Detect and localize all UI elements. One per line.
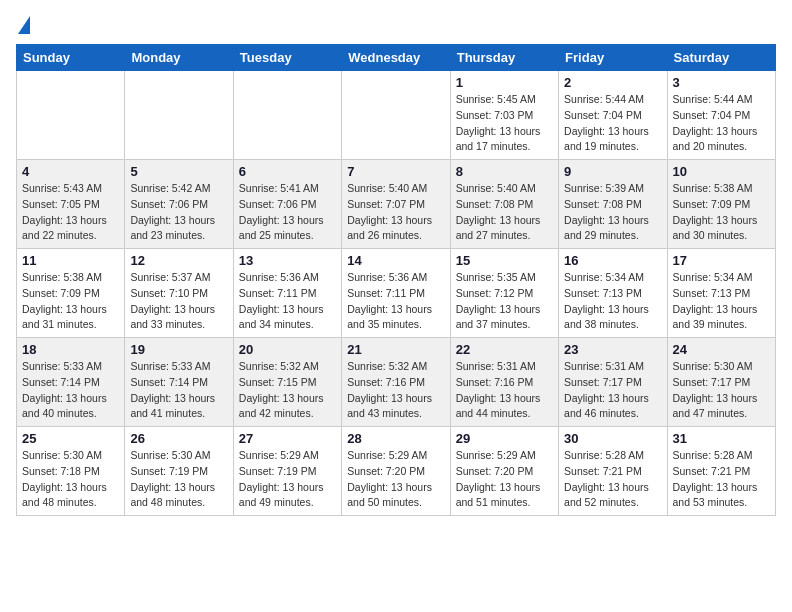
- calendar-cell: 15Sunrise: 5:35 AMSunset: 7:12 PMDayligh…: [450, 249, 558, 338]
- calendar-cell: 11Sunrise: 5:38 AMSunset: 7:09 PMDayligh…: [17, 249, 125, 338]
- day-number: 9: [564, 164, 661, 179]
- day-number: 1: [456, 75, 553, 90]
- day-number: 14: [347, 253, 444, 268]
- day-number: 23: [564, 342, 661, 357]
- calendar-cell: 16Sunrise: 5:34 AMSunset: 7:13 PMDayligh…: [559, 249, 667, 338]
- day-number: 25: [22, 431, 119, 446]
- calendar-cell: 3Sunrise: 5:44 AMSunset: 7:04 PMDaylight…: [667, 71, 775, 160]
- day-number: 16: [564, 253, 661, 268]
- day-number: 12: [130, 253, 227, 268]
- day-info: Sunrise: 5:43 AMSunset: 7:05 PMDaylight:…: [22, 181, 119, 244]
- day-number: 18: [22, 342, 119, 357]
- calendar-cell: 4Sunrise: 5:43 AMSunset: 7:05 PMDaylight…: [17, 160, 125, 249]
- day-number: 30: [564, 431, 661, 446]
- day-info: Sunrise: 5:42 AMSunset: 7:06 PMDaylight:…: [130, 181, 227, 244]
- calendar-week-row: 4Sunrise: 5:43 AMSunset: 7:05 PMDaylight…: [17, 160, 776, 249]
- calendar-cell: 30Sunrise: 5:28 AMSunset: 7:21 PMDayligh…: [559, 427, 667, 516]
- day-info: Sunrise: 5:36 AMSunset: 7:11 PMDaylight:…: [239, 270, 336, 333]
- calendar-cell: 9Sunrise: 5:39 AMSunset: 7:08 PMDaylight…: [559, 160, 667, 249]
- weekday-header-friday: Friday: [559, 45, 667, 71]
- calendar-week-row: 11Sunrise: 5:38 AMSunset: 7:09 PMDayligh…: [17, 249, 776, 338]
- weekday-header-tuesday: Tuesday: [233, 45, 341, 71]
- day-number: 7: [347, 164, 444, 179]
- calendar-cell: 25Sunrise: 5:30 AMSunset: 7:18 PMDayligh…: [17, 427, 125, 516]
- day-number: 27: [239, 431, 336, 446]
- calendar-header-row: SundayMondayTuesdayWednesdayThursdayFrid…: [17, 45, 776, 71]
- day-info: Sunrise: 5:32 AMSunset: 7:16 PMDaylight:…: [347, 359, 444, 422]
- calendar-cell: 22Sunrise: 5:31 AMSunset: 7:16 PMDayligh…: [450, 338, 558, 427]
- day-number: 21: [347, 342, 444, 357]
- calendar-cell: 5Sunrise: 5:42 AMSunset: 7:06 PMDaylight…: [125, 160, 233, 249]
- day-number: 4: [22, 164, 119, 179]
- weekday-header-monday: Monday: [125, 45, 233, 71]
- calendar-cell: [342, 71, 450, 160]
- calendar-cell: 21Sunrise: 5:32 AMSunset: 7:16 PMDayligh…: [342, 338, 450, 427]
- calendar-cell: [125, 71, 233, 160]
- day-number: 28: [347, 431, 444, 446]
- day-info: Sunrise: 5:44 AMSunset: 7:04 PMDaylight:…: [564, 92, 661, 155]
- day-number: 5: [130, 164, 227, 179]
- day-number: 26: [130, 431, 227, 446]
- calendar-cell: [17, 71, 125, 160]
- day-number: 20: [239, 342, 336, 357]
- day-number: 15: [456, 253, 553, 268]
- day-info: Sunrise: 5:28 AMSunset: 7:21 PMDaylight:…: [673, 448, 770, 511]
- calendar-cell: 18Sunrise: 5:33 AMSunset: 7:14 PMDayligh…: [17, 338, 125, 427]
- calendar-week-row: 25Sunrise: 5:30 AMSunset: 7:18 PMDayligh…: [17, 427, 776, 516]
- day-number: 8: [456, 164, 553, 179]
- logo: [16, 16, 30, 36]
- day-info: Sunrise: 5:34 AMSunset: 7:13 PMDaylight:…: [673, 270, 770, 333]
- calendar-cell: 23Sunrise: 5:31 AMSunset: 7:17 PMDayligh…: [559, 338, 667, 427]
- weekday-header-sunday: Sunday: [17, 45, 125, 71]
- calendar-cell: 12Sunrise: 5:37 AMSunset: 7:10 PMDayligh…: [125, 249, 233, 338]
- day-info: Sunrise: 5:29 AMSunset: 7:20 PMDaylight:…: [347, 448, 444, 511]
- day-info: Sunrise: 5:40 AMSunset: 7:07 PMDaylight:…: [347, 181, 444, 244]
- calendar-cell: 19Sunrise: 5:33 AMSunset: 7:14 PMDayligh…: [125, 338, 233, 427]
- day-number: 24: [673, 342, 770, 357]
- day-info: Sunrise: 5:29 AMSunset: 7:19 PMDaylight:…: [239, 448, 336, 511]
- calendar-table: SundayMondayTuesdayWednesdayThursdayFrid…: [16, 44, 776, 516]
- calendar-week-row: 1Sunrise: 5:45 AMSunset: 7:03 PMDaylight…: [17, 71, 776, 160]
- logo-triangle-icon: [18, 16, 30, 34]
- day-info: Sunrise: 5:33 AMSunset: 7:14 PMDaylight:…: [130, 359, 227, 422]
- calendar-week-row: 18Sunrise: 5:33 AMSunset: 7:14 PMDayligh…: [17, 338, 776, 427]
- calendar-cell: 29Sunrise: 5:29 AMSunset: 7:20 PMDayligh…: [450, 427, 558, 516]
- day-number: 3: [673, 75, 770, 90]
- page-header: [16, 16, 776, 36]
- day-info: Sunrise: 5:31 AMSunset: 7:17 PMDaylight:…: [564, 359, 661, 422]
- calendar-cell: 31Sunrise: 5:28 AMSunset: 7:21 PMDayligh…: [667, 427, 775, 516]
- day-info: Sunrise: 5:37 AMSunset: 7:10 PMDaylight:…: [130, 270, 227, 333]
- calendar-cell: 8Sunrise: 5:40 AMSunset: 7:08 PMDaylight…: [450, 160, 558, 249]
- calendar-cell: 26Sunrise: 5:30 AMSunset: 7:19 PMDayligh…: [125, 427, 233, 516]
- day-info: Sunrise: 5:41 AMSunset: 7:06 PMDaylight:…: [239, 181, 336, 244]
- day-info: Sunrise: 5:35 AMSunset: 7:12 PMDaylight:…: [456, 270, 553, 333]
- calendar-cell: 20Sunrise: 5:32 AMSunset: 7:15 PMDayligh…: [233, 338, 341, 427]
- day-info: Sunrise: 5:40 AMSunset: 7:08 PMDaylight:…: [456, 181, 553, 244]
- day-number: 6: [239, 164, 336, 179]
- day-number: 22: [456, 342, 553, 357]
- day-number: 2: [564, 75, 661, 90]
- calendar-cell: 13Sunrise: 5:36 AMSunset: 7:11 PMDayligh…: [233, 249, 341, 338]
- calendar-cell: 27Sunrise: 5:29 AMSunset: 7:19 PMDayligh…: [233, 427, 341, 516]
- day-number: 10: [673, 164, 770, 179]
- day-number: 17: [673, 253, 770, 268]
- calendar-cell: 2Sunrise: 5:44 AMSunset: 7:04 PMDaylight…: [559, 71, 667, 160]
- day-info: Sunrise: 5:29 AMSunset: 7:20 PMDaylight:…: [456, 448, 553, 511]
- day-info: Sunrise: 5:33 AMSunset: 7:14 PMDaylight:…: [22, 359, 119, 422]
- day-info: Sunrise: 5:39 AMSunset: 7:08 PMDaylight:…: [564, 181, 661, 244]
- weekday-header-thursday: Thursday: [450, 45, 558, 71]
- day-info: Sunrise: 5:44 AMSunset: 7:04 PMDaylight:…: [673, 92, 770, 155]
- weekday-header-saturday: Saturday: [667, 45, 775, 71]
- day-info: Sunrise: 5:34 AMSunset: 7:13 PMDaylight:…: [564, 270, 661, 333]
- day-info: Sunrise: 5:36 AMSunset: 7:11 PMDaylight:…: [347, 270, 444, 333]
- calendar-cell: 14Sunrise: 5:36 AMSunset: 7:11 PMDayligh…: [342, 249, 450, 338]
- day-number: 13: [239, 253, 336, 268]
- day-info: Sunrise: 5:31 AMSunset: 7:16 PMDaylight:…: [456, 359, 553, 422]
- calendar-cell: 7Sunrise: 5:40 AMSunset: 7:07 PMDaylight…: [342, 160, 450, 249]
- calendar-cell: 6Sunrise: 5:41 AMSunset: 7:06 PMDaylight…: [233, 160, 341, 249]
- calendar-cell: 24Sunrise: 5:30 AMSunset: 7:17 PMDayligh…: [667, 338, 775, 427]
- calendar-cell: [233, 71, 341, 160]
- calendar-cell: 17Sunrise: 5:34 AMSunset: 7:13 PMDayligh…: [667, 249, 775, 338]
- day-number: 29: [456, 431, 553, 446]
- day-info: Sunrise: 5:38 AMSunset: 7:09 PMDaylight:…: [673, 181, 770, 244]
